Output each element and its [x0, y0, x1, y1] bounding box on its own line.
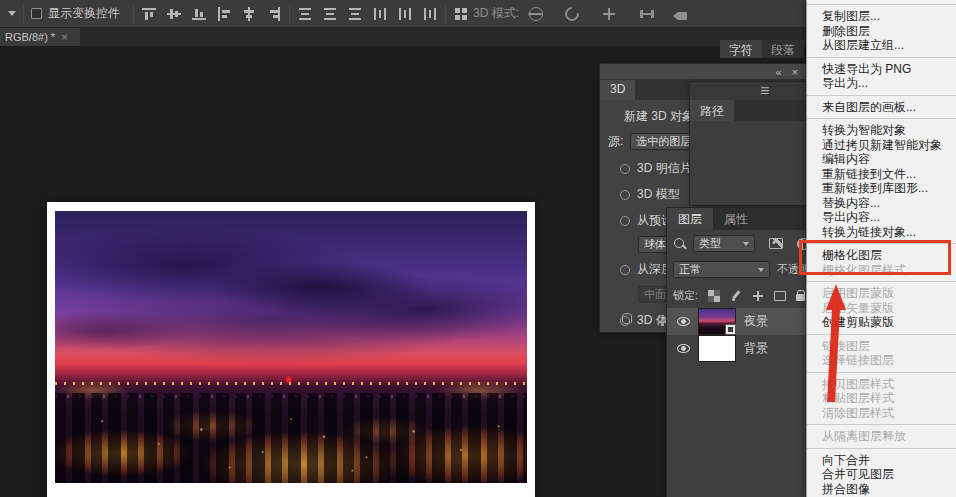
layer-name: 夜景: [744, 313, 768, 330]
lock-position-icon[interactable]: [752, 290, 764, 302]
distribute-horizontal-centers-icon[interactable]: [397, 6, 413, 22]
lock-transparency-icon[interactable]: [708, 290, 720, 302]
layer-thumbnail: [699, 336, 735, 361]
close-icon[interactable]: ×: [792, 66, 798, 78]
divider: [289, 5, 290, 23]
3d-scene-icon[interactable]: [622, 313, 632, 324]
align-left-edges-icon[interactable]: [216, 6, 232, 22]
menu-item[interactable]: 导出为...: [807, 76, 956, 91]
menu-item[interactable]: 删除图层: [807, 24, 956, 39]
panel-menu-icon[interactable]: ≡: [760, 82, 769, 100]
annotation-arrow-up: [810, 278, 856, 408]
night-cityscape-image: [55, 211, 527, 483]
menu-separator: [807, 424, 956, 425]
tab-layers[interactable]: 图层: [667, 208, 713, 230]
lock-artboard-icon[interactable]: [774, 291, 786, 301]
menu-item[interactable]: 合并可见图层: [807, 467, 956, 482]
blend-mode-dropdown[interactable]: 正常: [673, 261, 770, 278]
3d-orbit-icon[interactable]: [529, 7, 543, 21]
show-transform-label: 显示变换控件: [48, 5, 120, 22]
menu-item[interactable]: 复制图层...: [807, 9, 956, 24]
filter-pixel-layers-icon[interactable]: [769, 238, 783, 249]
filter-kind-dropdown[interactable]: 类型: [693, 235, 755, 252]
3d-slide-icon[interactable]: [639, 6, 655, 22]
menu-item[interactable]: 导出内容...: [807, 210, 956, 225]
radio-icon: [620, 164, 630, 174]
menu-item[interactable]: 来自图层的画板...: [807, 100, 956, 115]
3d-light-icon[interactable]: [658, 315, 666, 323]
align-bottom-edges-icon[interactable]: [191, 6, 207, 22]
search-icon: [673, 237, 687, 251]
distribute-vertical-centers-icon[interactable]: [322, 6, 338, 22]
document-tab-title: RGB/8#) *: [5, 31, 55, 43]
show-transform-checkbox[interactable]: [31, 8, 42, 19]
menu-item[interactable]: 快速导出为 PNG: [807, 62, 956, 77]
mode-3d-label: 3D 模式:: [473, 5, 519, 22]
document-tab[interactable]: RGB/8#) * ×: [0, 28, 80, 46]
distribute-left-edges-icon[interactable]: [372, 6, 388, 22]
divider: [133, 5, 134, 23]
layer-visibility-eye-icon[interactable]: [677, 344, 690, 353]
radio-icon: [620, 265, 630, 275]
menu-item[interactable]: 从图层建立组...: [807, 38, 956, 53]
align-top-edges-icon[interactable]: [141, 6, 157, 22]
3d-roll-icon[interactable]: [562, 4, 582, 24]
divider: [445, 5, 446, 23]
distribute-top-edges-icon[interactable]: [297, 6, 313, 22]
radio-icon: [620, 216, 630, 226]
close-icon[interactable]: ×: [61, 31, 67, 43]
lock-label: 锁定:: [673, 288, 698, 303]
menu-item[interactable]: 转换为智能对象: [807, 123, 956, 138]
menu-separator: [807, 448, 956, 449]
menu-item[interactable]: 通过拷贝新建智能对象: [807, 138, 956, 153]
menu-separator: [807, 57, 956, 58]
lock-pixels-icon[interactable]: [730, 290, 742, 302]
menu-item[interactable]: 拼合图像: [807, 482, 956, 497]
panel-3d-header: « ×: [600, 64, 810, 80]
annotation-highlight-rectangle: [799, 240, 951, 275]
layer-name: 背景: [744, 340, 768, 357]
tool-preset-caret-icon[interactable]: [8, 11, 16, 16]
tab-3d[interactable]: 3D: [600, 80, 635, 100]
layer-thumbnail: [699, 309, 735, 334]
tab-paths[interactable]: 路径: [690, 100, 734, 121]
menu-item[interactable]: 替换内容...: [807, 196, 956, 211]
menu-item[interactable]: 重新链接到文件...: [807, 167, 956, 182]
menu-item[interactable]: 从隔离图层释放: [807, 429, 956, 444]
align-right-edges-icon[interactable]: [266, 6, 282, 22]
3d-dolly-camera-icon[interactable]: [677, 12, 687, 20]
canvas-document[interactable]: [47, 202, 535, 497]
menu-separator: [807, 118, 956, 119]
menu-item[interactable]: 编辑内容: [807, 152, 956, 167]
distribute-right-edges-icon[interactable]: [422, 6, 438, 22]
tab-properties[interactable]: 属性: [713, 208, 759, 230]
tab-character[interactable]: 字符: [720, 40, 762, 58]
lock-all-icon[interactable]: [796, 294, 805, 301]
menu-separator: [807, 95, 956, 96]
layer-visibility-eye-icon[interactable]: [677, 317, 690, 326]
collapse-panel-icon[interactable]: «: [775, 66, 781, 78]
city-lights: [55, 380, 527, 483]
divider: [23, 5, 24, 23]
source-label: 源:: [608, 133, 623, 150]
align-horizontal-centers-icon[interactable]: [241, 6, 257, 22]
auto-align-layers-icon[interactable]: [453, 6, 469, 22]
photoshop-window: 显示变换控件 3D 模式: RGB/8#) * × 字符段落 «: [0, 0, 956, 497]
3d-pan-icon[interactable]: [601, 6, 617, 22]
menu-item[interactable]: 向下合并: [807, 453, 956, 468]
radio-icon: [620, 190, 630, 200]
menu-separator: [807, 4, 956, 5]
align-vertical-centers-icon[interactable]: [166, 6, 182, 22]
tab-paragraph[interactable]: 段落: [762, 40, 804, 58]
distribute-bottom-edges-icon[interactable]: [347, 6, 363, 22]
menu-item[interactable]: 转换为链接对象...: [807, 225, 956, 240]
menu-item[interactable]: 重新链接到库图形...: [807, 181, 956, 196]
right-panel-tabs: 字符段落: [720, 40, 804, 58]
